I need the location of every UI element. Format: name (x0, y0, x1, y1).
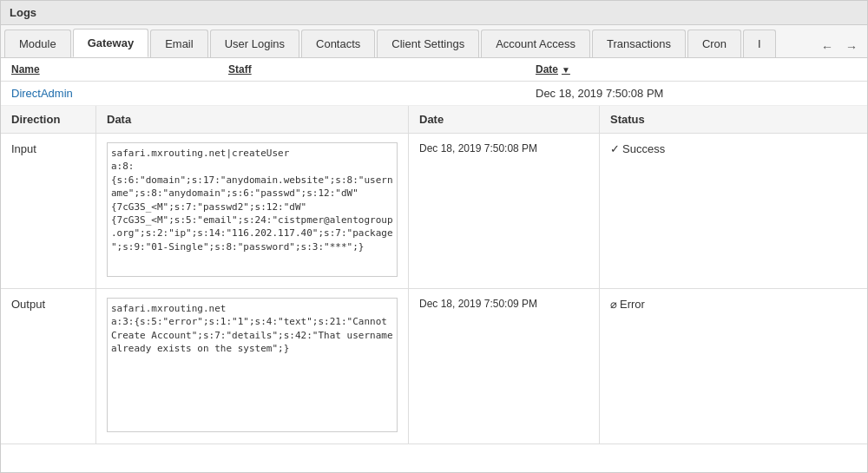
output-date-cell: Dec 18, 2019 7:50:09 PM (409, 289, 600, 443)
tab-gateway[interactable]: Gateway (73, 29, 148, 57)
tab-user-logins[interactable]: User Logins (210, 30, 299, 57)
tab-i[interactable]: I (743, 30, 776, 57)
output-direction-label: Output (1, 289, 96, 443)
input-direction-label: Input (1, 134, 96, 288)
table-header: Name Staff Date ▼ (1, 58, 867, 82)
input-status-cell: ✓Success (600, 134, 730, 288)
error-circle-icon: ⌀ (610, 298, 617, 311)
col-header-staff[interactable]: Staff (228, 63, 536, 76)
success-check-icon: ✓ (610, 142, 620, 155)
input-status-text: Success (622, 142, 665, 155)
tabs-container: Module Gateway Email User Logins Contact… (1, 25, 867, 58)
title-bar: Logs (1, 1, 867, 25)
detail-col-direction: Direction (1, 106, 96, 133)
input-data-textarea[interactable] (107, 142, 398, 277)
tab-transactions[interactable]: Transactions (592, 30, 686, 57)
output-status-text: Error (620, 298, 645, 311)
main-window: Logs Module Gateway Email User Logins Co… (0, 0, 868, 473)
detail-col-status: Status (600, 106, 730, 133)
nav-left-arrow[interactable]: ← (817, 36, 838, 57)
col-header-status (727, 63, 857, 76)
tab-email[interactable]: Email (150, 30, 208, 57)
col-header-name[interactable]: Name (11, 63, 228, 76)
output-data-cell (96, 289, 409, 443)
log-entry-status (727, 87, 857, 100)
log-entry-staff (228, 87, 536, 100)
detail-col-date: Date (409, 106, 600, 133)
tab-module[interactable]: Module (4, 30, 71, 57)
input-data-cell (96, 134, 409, 288)
tab-contacts[interactable]: Contacts (301, 30, 375, 57)
input-date-cell: Dec 18, 2019 7:50:08 PM (409, 134, 600, 288)
log-entry-date: Dec 18, 2019 7:50:08 PM (536, 87, 727, 100)
log-entry-row: DirectAdmin Dec 18, 2019 7:50:08 PM (1, 82, 867, 106)
window-title: Logs (10, 6, 36, 19)
output-detail-row: Output Dec 18, 2019 7:50:09 PM ⌀Error (1, 289, 867, 444)
col-header-date[interactable]: Date ▼ (536, 63, 727, 76)
output-data-textarea[interactable] (107, 298, 398, 432)
tab-client-settings[interactable]: Client Settings (377, 30, 479, 57)
detail-header-row: Direction Data Date Status (1, 106, 867, 134)
tab-cron[interactable]: Cron (687, 30, 741, 57)
sort-arrow-icon: ▼ (562, 65, 570, 75)
content-area: Name Staff Date ▼ DirectAdmin Dec 18, 20… (1, 58, 867, 472)
tab-account-access[interactable]: Account Access (481, 30, 590, 57)
input-detail-row: Input Dec 18, 2019 7:50:08 PM ✓Success (1, 134, 867, 289)
detail-col-data: Data (96, 106, 409, 133)
nav-arrows: ← → (817, 36, 867, 57)
log-entry-name[interactable]: DirectAdmin (11, 87, 228, 100)
output-status-cell: ⌀Error (600, 289, 730, 443)
nav-right-arrow[interactable]: → (841, 36, 862, 57)
